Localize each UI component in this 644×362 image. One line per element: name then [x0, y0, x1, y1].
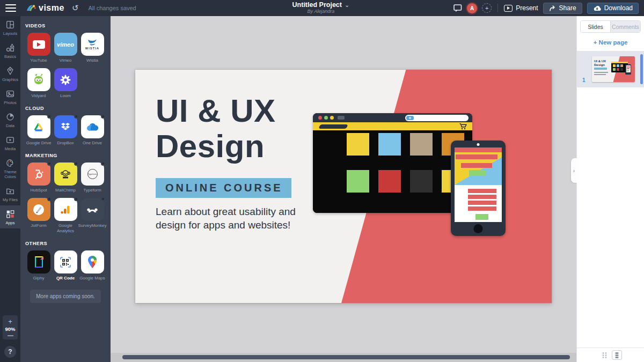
- project-title[interactable]: Untitled Project: [292, 2, 342, 9]
- sidebar-item-basics[interactable]: Basics: [0, 39, 20, 62]
- premium-dot: [74, 114, 78, 119]
- panel-scrollbar[interactable]: [640, 54, 643, 84]
- app-tile-qr-code[interactable]: QR Code: [52, 250, 79, 281]
- slide-title[interactable]: UI & UX Design: [156, 93, 276, 164]
- one-drive-icon: [81, 115, 104, 138]
- premium-dot: [101, 161, 105, 166]
- left-rail: Layouts Basics Graphics Photos Data Medi…: [0, 16, 20, 362]
- grid-square: [378, 133, 401, 156]
- youtube-icon: [27, 33, 50, 56]
- hamburger-menu-icon[interactable]: [5, 4, 16, 12]
- grid-view-toggle[interactable]: [599, 350, 610, 360]
- sidebar-item-my-files[interactable]: My Files: [0, 182, 20, 205]
- toolbar-logo-shape: [318, 124, 348, 129]
- window-dot-yellow: [330, 116, 334, 120]
- browser-mockup: [313, 113, 472, 213]
- share-icon: [549, 5, 556, 11]
- zoom-in-button[interactable]: +: [8, 318, 12, 325]
- zoom-out-button[interactable]: [8, 335, 13, 336]
- app-tile-mailchimp[interactable]: MailChimp: [52, 162, 79, 193]
- phone-screen: [455, 147, 502, 222]
- app-tile-one-drive[interactable]: One Drive: [79, 115, 106, 146]
- slide-thumbnail[interactable]: UI & UX Design: [592, 56, 635, 82]
- sidebar-item-theme-colors[interactable]: Theme Colors: [0, 154, 20, 182]
- slide-list-row[interactable]: 1 UI & UX Design: [577, 51, 644, 87]
- avatar[interactable]: A: [467, 3, 477, 13]
- phone-text-bar: [461, 163, 492, 168]
- search-icon: [406, 116, 414, 120]
- editor-canvas[interactable]: UI & UX Design ONLINE COURSE Learn about…: [111, 16, 576, 362]
- phone-button: [475, 214, 488, 220]
- add-collaborator-button[interactable]: +: [482, 3, 492, 13]
- section-title-marketing: MARKETING: [25, 153, 106, 158]
- top-bar: visme ↺ All changes saved Untitled Proje…: [0, 0, 644, 16]
- grid-square: [410, 133, 433, 156]
- app-tile-typeform[interactable]: Typeform Typeform: [79, 162, 106, 193]
- present-button[interactable]: Present: [504, 4, 538, 12]
- brand-text: visme: [39, 3, 64, 13]
- phone-text-bar: [468, 206, 496, 211]
- sidebar-item-layouts[interactable]: Layouts: [0, 16, 20, 39]
- vidyard-icon: [27, 68, 50, 91]
- tab-slides[interactable]: Slides: [581, 21, 610, 32]
- horizontal-scrollbar-thumb[interactable]: [122, 355, 570, 359]
- new-page-button[interactable]: + New page: [577, 39, 644, 46]
- sidebar-item-data[interactable]: Data: [0, 108, 20, 131]
- chevron-down-icon[interactable]: ⌄: [345, 2, 349, 8]
- browser-tab: [338, 116, 345, 120]
- app-tile-youtube[interactable]: YouTube: [25, 33, 52, 63]
- phone-text-bar: [468, 201, 496, 205]
- browser-content: [313, 130, 472, 213]
- window-dot-green: [324, 116, 328, 120]
- app-tile-loom[interactable]: Loom: [52, 68, 79, 99]
- visme-logo[interactable]: visme: [26, 3, 64, 13]
- visme-logo-icon: [26, 4, 36, 12]
- app-tile-hubspot[interactable]: HubSpot: [25, 162, 52, 193]
- app-tile-dropbox[interactable]: DropBox: [52, 115, 79, 146]
- panel-collapse-handle[interactable]: ›: [571, 158, 577, 183]
- app-tile-giphy[interactable]: Giphy: [25, 250, 52, 281]
- save-status: All changes saved: [88, 5, 136, 11]
- app-tile-wistia[interactable]: WISTIA Wistia: [79, 33, 106, 63]
- app-tile-vidyard[interactable]: Vidyard: [25, 68, 52, 99]
- premium-dot: [74, 161, 78, 166]
- phone-camera-dot: [477, 143, 480, 146]
- grid-square: [410, 170, 433, 193]
- loom-icon: [54, 68, 77, 91]
- help-button[interactable]: ?: [4, 346, 16, 358]
- sidebar-item-apps[interactable]: Apps: [0, 205, 20, 228]
- thumb-text-line: [594, 72, 608, 73]
- share-button[interactable]: Share: [543, 3, 582, 14]
- app-tile-google-maps[interactable]: Google Maps: [79, 250, 106, 281]
- list-view-toggle[interactable]: [612, 350, 622, 360]
- collapse-chevron-icon: ›: [573, 168, 575, 174]
- app-tile-vimeo[interactable]: vimeo Vimeo: [52, 33, 79, 63]
- premium-dot: [101, 197, 105, 201]
- qr-code-icon: [54, 250, 77, 274]
- slide-number: 1: [582, 77, 586, 83]
- project-author: By Alejandra: [308, 9, 335, 14]
- sidebar-item-graphics[interactable]: Graphics: [0, 62, 20, 85]
- sidebar-item-media[interactable]: Media: [0, 131, 20, 154]
- jotform-icon: [27, 198, 50, 221]
- media-icon: [5, 135, 15, 145]
- grid-square: [378, 170, 401, 193]
- app-tile-google-drive[interactable]: Google Drive: [25, 115, 52, 146]
- comment-icon[interactable]: [453, 4, 462, 12]
- app-tile-google-analytics[interactable]: Google Analytics: [52, 198, 79, 234]
- zoom-widget: + 90%: [3, 315, 18, 339]
- horizontal-scrollbar-track[interactable]: [111, 353, 576, 362]
- sidebar-item-photos[interactable]: Photos: [0, 85, 20, 108]
- download-cloud-icon: [593, 5, 601, 11]
- project-title-block[interactable]: Untitled Project ⌄ By Alejandra: [292, 0, 350, 16]
- tab-comments[interactable]: Comments: [610, 21, 640, 32]
- section-title-videos: VIDEOS: [25, 23, 106, 28]
- undo-icon[interactable]: ↺: [72, 3, 79, 13]
- premium-dot: [47, 161, 52, 166]
- slide[interactable]: UI & UX Design ONLINE COURSE Learn about…: [135, 70, 552, 303]
- slide-badge[interactable]: ONLINE COURSE: [156, 178, 291, 198]
- slide-body-text[interactable]: Learn about great usability and design f…: [156, 205, 296, 232]
- app-tile-jotform[interactable]: JotForm: [25, 198, 52, 234]
- download-button[interactable]: Download: [587, 3, 639, 14]
- app-tile-surveymonkey[interactable]: SurveyMonkey: [79, 198, 106, 234]
